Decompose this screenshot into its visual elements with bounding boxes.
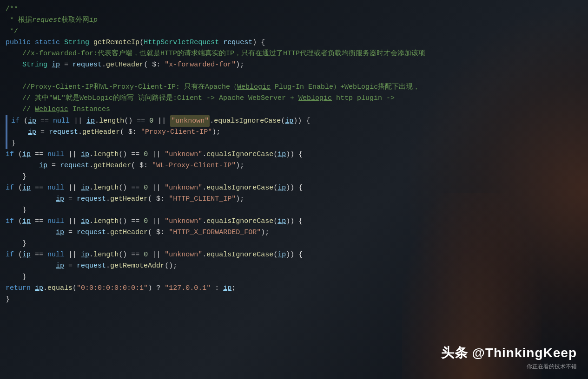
- code-line-15: ip = request.getHeader( $: "WL-Proxy-Cli…: [6, 160, 588, 171]
- code-line-17: if (ip == null || ip.length() == 0 || "u…: [6, 183, 588, 194]
- code-line-23: if (ip == null || ip.length() == 0 || "u…: [6, 249, 588, 261]
- code-line-11: if (ip == null || ip.length() == 0 || "u…: [6, 115, 588, 127]
- code-line-13: }: [6, 138, 588, 149]
- code-line-5: //x-forwarded-for:代表客户端，也就是HTTP的请求端真实的IP…: [6, 48, 588, 59]
- code-container: /** * 根据request获取外网ip */ public static S…: [0, 0, 588, 379]
- watermark-sub-text: 你正在看的技术不错: [441, 363, 577, 371]
- code-line-12: ip = request.getHeader( $: "Proxy-Client…: [6, 127, 588, 138]
- code-line-24: ip = request.getRemoteAddr();: [6, 261, 588, 272]
- code-line-20: if (ip == null || ip.length() == 0 || "u…: [6, 216, 588, 227]
- code-line-9: // 其中"WL"就是WebLogic的缩写 访问路径是:Client -> A…: [6, 93, 588, 104]
- code-line-16: }: [6, 171, 588, 183]
- code-line-19: }: [6, 205, 588, 216]
- code-line-3: */: [6, 26, 588, 37]
- code-line-22: }: [6, 238, 588, 249]
- code-area: /** * 根据request获取外网ip */ public static S…: [0, 0, 588, 309]
- code-line-2: * 根据request获取外网ip: [6, 15, 588, 26]
- code-line-27: }: [6, 294, 588, 305]
- code-line-21: ip = request.getHeader( $: "HTTP_X_FORWA…: [6, 227, 588, 238]
- watermark: 头条 @ThinkingKeep 你正在看的技术不错: [441, 344, 577, 371]
- code-line-4: public static String getRemoteIp(HttpSer…: [6, 37, 588, 48]
- code-line-6: String ip = request.getHeader( $: "x-for…: [6, 59, 588, 71]
- code-line-25: }: [6, 272, 588, 283]
- code-line-18: ip = request.getHeader( $: "HTTP_CLIENT_…: [6, 194, 588, 205]
- code-line-26: return ip.equals("0:0:0:0:0:0:0:1") ? "1…: [6, 283, 588, 294]
- code-line-7: [6, 71, 588, 82]
- code-line-1: /**: [6, 4, 588, 15]
- code-line-14: if (ip == null || ip.length() == 0 || "u…: [6, 149, 588, 160]
- code-line-10: // Weblogic Instances: [6, 104, 588, 115]
- code-line-8: //Proxy-Client-IP和WL-Proxy-Client-IP: 只有…: [6, 82, 588, 93]
- watermark-main-text: 头条 @ThinkingKeep: [441, 344, 577, 362]
